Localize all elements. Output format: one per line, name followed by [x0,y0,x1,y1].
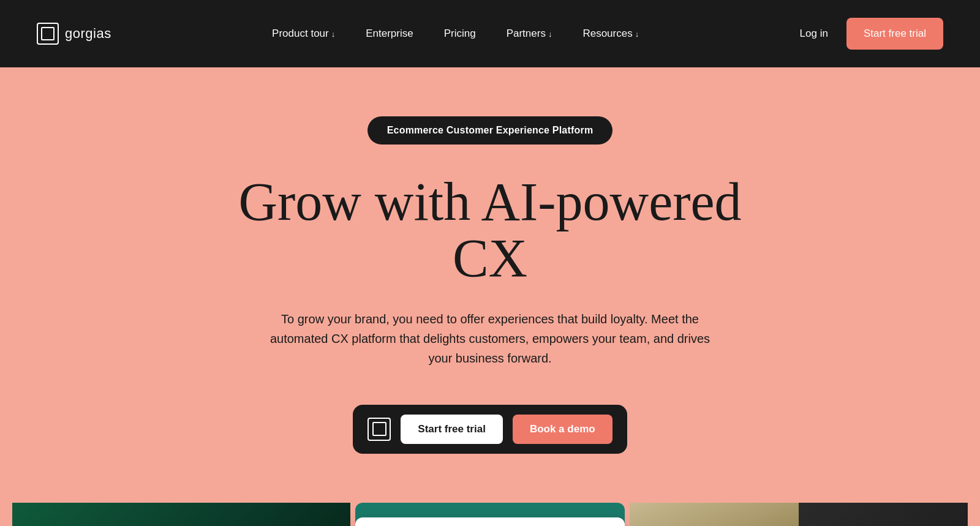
preview-cards-row: Hi Customer first name , [12,503,968,526]
brand-name: gorgias [65,26,111,42]
login-link[interactable]: Log in [800,28,828,40]
preview-card-right-bg [630,503,799,526]
chevron-down-icon: ↓ [331,29,336,39]
chat-preview: Hi Customer first name , [355,517,625,526]
preview-card-center: Hi Customer first name , [355,503,625,526]
hero-trial-button[interactable]: Start free trial [401,415,503,444]
navbar: gorgias Product tour ↓ Enterprise Pricin… [0,0,980,67]
hero-title: Grow with AI-powered CX [214,174,766,287]
brand-logo[interactable]: gorgias [37,23,111,45]
hero-badge: Ecommerce Customer Experience Platform [368,116,613,145]
hero-cta-group: Start free trial Book a demo [353,405,627,454]
preview-card-left [12,503,350,526]
hero-subtitle: To grow your brand, you need to offer ex… [257,309,723,368]
chevron-down-icon: ↓ [548,29,552,39]
nav-product-tour[interactable]: Product tour ↓ [272,28,335,40]
navbar-actions: Log in Start free trial [800,18,943,50]
gorgias-logo-icon [368,418,391,441]
nav-pricing[interactable]: Pricing [444,28,476,40]
nav-partners[interactable]: Partners ↓ [507,28,552,40]
chevron-down-icon: ↓ [635,29,639,39]
hero-section: Ecommerce Customer Experience Platform G… [0,67,980,526]
hero-demo-button[interactable]: Book a demo [513,415,612,444]
nav-resources[interactable]: Resources ↓ [582,28,639,40]
nav-trial-button[interactable]: Start free trial [846,18,943,50]
nav-links: Product tour ↓ Enterprise Pricing Partne… [272,28,639,40]
preview-card-right [630,503,968,526]
nav-enterprise[interactable]: Enterprise [366,28,413,40]
logo-icon [37,23,59,45]
preview-card-right-dark [799,503,968,526]
